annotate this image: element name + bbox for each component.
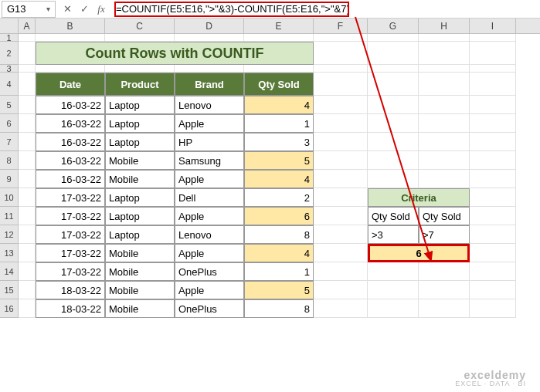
- cell[interactable]: [419, 299, 470, 318]
- cell[interactable]: [470, 225, 516, 244]
- cell[interactable]: [19, 281, 36, 299]
- cell[interactable]: [368, 65, 419, 73]
- cell[interactable]: [368, 114, 419, 133]
- cell-brand[interactable]: Apple: [175, 281, 244, 299]
- cell[interactable]: [470, 262, 516, 281]
- cell-brand[interactable]: Apple: [175, 114, 244, 133]
- cell[interactable]: [470, 114, 516, 133]
- cell-qty[interactable]: 5: [244, 281, 314, 299]
- cell[interactable]: [368, 151, 419, 170]
- cell[interactable]: [314, 170, 368, 188]
- cell[interactable]: [470, 133, 516, 151]
- cell[interactable]: [19, 170, 36, 188]
- cell[interactable]: [419, 133, 470, 151]
- cell[interactable]: [368, 42, 419, 65]
- row-header[interactable]: 16: [0, 299, 19, 318]
- name-box[interactable]: G13 ▾: [2, 1, 56, 18]
- cell-qty[interactable]: 4: [244, 170, 314, 188]
- cell-date[interactable]: 17-03-22: [36, 244, 105, 262]
- criteria-value[interactable]: >3: [368, 225, 419, 244]
- cell-product[interactable]: Laptop: [105, 188, 175, 207]
- cell-qty[interactable]: 3: [244, 133, 314, 151]
- select-all-corner[interactable]: [0, 19, 19, 33]
- col-header[interactable]: G: [368, 19, 419, 33]
- chevron-down-icon[interactable]: ▾: [46, 5, 50, 13]
- cell[interactable]: [19, 73, 36, 96]
- row-header[interactable]: 15: [0, 281, 19, 299]
- cell[interactable]: [419, 170, 470, 188]
- cell[interactable]: [314, 262, 368, 281]
- cell[interactable]: [368, 262, 419, 281]
- cell[interactable]: [244, 65, 314, 73]
- cell[interactable]: [368, 299, 419, 318]
- cell-qty[interactable]: 4: [244, 244, 314, 262]
- cell[interactable]: [19, 34, 36, 42]
- cell[interactable]: [314, 114, 368, 133]
- row-header[interactable]: 10: [0, 188, 19, 207]
- cell[interactable]: [314, 225, 368, 244]
- cell[interactable]: [19, 188, 36, 207]
- cell-date[interactable]: 16-03-22: [36, 133, 105, 151]
- cell[interactable]: [419, 281, 470, 299]
- row-header[interactable]: 11: [0, 207, 19, 225]
- result-cell[interactable]: 6: [368, 244, 470, 262]
- cell-qty[interactable]: 6: [244, 207, 314, 225]
- col-header[interactable]: B: [36, 19, 105, 33]
- cell[interactable]: [419, 262, 470, 281]
- cell[interactable]: [19, 96, 36, 114]
- criteria-value[interactable]: >7: [419, 225, 470, 244]
- cell-brand[interactable]: Samsung: [175, 151, 244, 170]
- cell-date[interactable]: 16-03-22: [36, 96, 105, 114]
- cell[interactable]: [470, 96, 516, 114]
- cell[interactable]: [368, 281, 419, 299]
- cell-date[interactable]: 16-03-22: [36, 114, 105, 133]
- cell[interactable]: [314, 281, 368, 299]
- cell[interactable]: [19, 65, 36, 73]
- cell[interactable]: [314, 188, 368, 207]
- cell[interactable]: [368, 170, 419, 188]
- col-header[interactable]: C: [105, 19, 175, 33]
- cell-product[interactable]: Laptop: [105, 225, 175, 244]
- cell-date[interactable]: 17-03-22: [36, 262, 105, 281]
- row-header[interactable]: 9: [0, 170, 19, 188]
- cell[interactable]: [314, 244, 368, 262]
- cell[interactable]: [36, 65, 105, 73]
- cell[interactable]: [470, 34, 516, 42]
- cell[interactable]: [314, 34, 368, 42]
- cell[interactable]: [19, 114, 36, 133]
- cell[interactable]: [19, 299, 36, 318]
- cell[interactable]: [36, 34, 105, 42]
- cell-product[interactable]: Laptop: [105, 207, 175, 225]
- fx-icon[interactable]: fx: [96, 3, 107, 15]
- cell[interactable]: [19, 244, 36, 262]
- cell-date[interactable]: 17-03-22: [36, 188, 105, 207]
- cell[interactable]: [314, 65, 368, 73]
- row-header[interactable]: 8: [0, 151, 19, 170]
- col-header[interactable]: E: [244, 19, 314, 33]
- cell[interactable]: [314, 299, 368, 318]
- cell[interactable]: [419, 114, 470, 133]
- row-header[interactable]: 1: [0, 34, 19, 42]
- cell[interactable]: [419, 65, 470, 73]
- col-header[interactable]: A: [19, 19, 36, 33]
- cell-brand[interactable]: Apple: [175, 244, 244, 262]
- cell[interactable]: [314, 96, 368, 114]
- row-header[interactable]: 5: [0, 96, 19, 114]
- cell[interactable]: [368, 96, 419, 114]
- cell-date[interactable]: 16-03-22: [36, 151, 105, 170]
- cell-product[interactable]: Mobile: [105, 244, 175, 262]
- cell-product[interactable]: Mobile: [105, 170, 175, 188]
- cell-qty[interactable]: 8: [244, 225, 314, 244]
- cell-brand[interactable]: Apple: [175, 170, 244, 188]
- cell[interactable]: [368, 34, 419, 42]
- cell-product[interactable]: Laptop: [105, 96, 175, 114]
- cell-brand[interactable]: Lenovo: [175, 225, 244, 244]
- cell[interactable]: [470, 188, 516, 207]
- cell-qty[interactable]: 5: [244, 151, 314, 170]
- cell[interactable]: [419, 34, 470, 42]
- cell-brand[interactable]: Dell: [175, 188, 244, 207]
- cell[interactable]: [314, 133, 368, 151]
- cell[interactable]: [470, 151, 516, 170]
- row-header[interactable]: 13: [0, 244, 19, 262]
- cell[interactable]: [470, 42, 516, 65]
